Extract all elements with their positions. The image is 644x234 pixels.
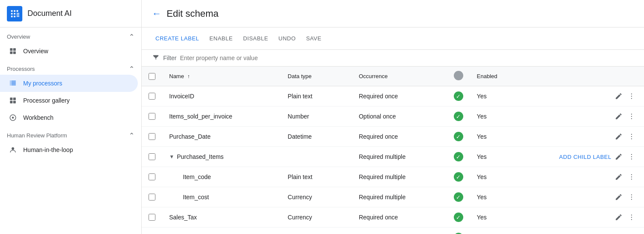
more-button-3[interactable] <box>626 151 637 162</box>
expand-arrow-icon[interactable]: ▼ <box>169 154 174 160</box>
svg-rect-10 <box>10 48 12 51</box>
svg-rect-0 <box>11 10 13 12</box>
row-name-text: Purchase_Date <box>169 133 211 140</box>
save-button[interactable]: SAVE <box>303 33 325 44</box>
row-enabled-icon-2: ✓ <box>447 127 470 147</box>
edit-button-7[interactable] <box>613 232 624 234</box>
row-name-text: Items_sold_per_invoice <box>169 113 232 120</box>
edit-button-1[interactable] <box>613 111 624 122</box>
row-name-7: SubTotal <box>162 228 281 234</box>
gallery-icon <box>9 96 17 105</box>
svg-rect-12 <box>10 52 12 54</box>
overview-section-header[interactable]: Overview ⌃ <box>0 27 141 43</box>
disable-button[interactable]: DISABLE <box>240 33 271 44</box>
svg-point-49 <box>631 219 632 220</box>
sidebar-item-human-in-the-loop[interactable]: Human-in-the-loop <box>0 141 138 158</box>
svg-point-43 <box>631 179 632 179</box>
workbench-icon <box>9 113 17 122</box>
filter-input[interactable] <box>180 55 634 61</box>
undo-button[interactable]: UNDO <box>275 33 299 44</box>
edit-icon <box>615 213 623 221</box>
svg-rect-13 <box>13 52 16 54</box>
svg-point-35 <box>631 134 632 135</box>
more-button-6[interactable] <box>626 212 637 223</box>
processor-gallery-label: Processor gallery <box>23 97 70 104</box>
more-button-7[interactable] <box>626 232 637 234</box>
table-header-row: Name ↑ Data type Occurrence Enabled <box>142 67 644 86</box>
processors-section-header[interactable]: Processors ⌃ <box>0 60 141 75</box>
svg-point-47 <box>631 215 632 216</box>
row-enabled-icon-0: ✓ <box>447 86 470 106</box>
row-checkbox-3[interactable] <box>149 153 155 160</box>
more-button-4[interactable] <box>626 171 637 182</box>
sidebar-item-overview[interactable]: Overview <box>0 43 138 60</box>
back-button[interactable]: ← <box>152 8 161 19</box>
processors-chevron[interactable]: ⌃ <box>129 65 134 73</box>
row-enabled-2: Yes <box>470 127 517 147</box>
more-button-1[interactable] <box>626 111 637 122</box>
logo-icon <box>10 9 19 18</box>
svg-point-46 <box>631 199 632 200</box>
human-review-section-label: Human Review Platform <box>7 132 67 139</box>
enabled-icon-header <box>454 71 463 80</box>
svg-rect-25 <box>13 101 16 103</box>
row-checkbox-cell-6 <box>142 207 162 228</box>
row-datatype-6: Currency <box>281 207 352 228</box>
header-enabled-icon <box>447 67 470 86</box>
check-icon: ✓ <box>454 172 463 182</box>
add-child-label-button[interactable]: ADD CHILD LABEL <box>559 154 611 160</box>
edit-button-5[interactable] <box>613 191 624 203</box>
select-all-checkbox[interactable] <box>149 73 155 80</box>
row-checkbox-6[interactable] <box>149 214 155 221</box>
row-checkbox-4[interactable] <box>149 173 155 180</box>
row-datatype-5: Currency <box>281 187 352 207</box>
row-checkbox-2[interactable] <box>149 133 155 140</box>
create-label-button[interactable]: CREATE LABEL <box>152 33 203 44</box>
table-row: InvoiceIDPlain textRequired once✓Yes <box>142 86 644 106</box>
edit-button-2[interactable] <box>613 131 624 142</box>
workbench-label: Workbench <box>23 114 54 121</box>
header-actions <box>517 67 644 86</box>
svg-point-34 <box>631 118 632 119</box>
svg-point-41 <box>631 174 632 175</box>
more-button-5[interactable] <box>626 191 637 203</box>
edit-button-4[interactable] <box>613 171 624 182</box>
edit-button-3[interactable] <box>613 151 624 162</box>
more-button-2[interactable] <box>626 131 637 142</box>
row-name-text: Purchased_Items <box>177 153 224 160</box>
more-button-0[interactable] <box>626 91 637 102</box>
check-icon: ✓ <box>454 213 463 222</box>
svg-rect-6 <box>14 15 15 17</box>
schema-table: Name ↑ Data type Occurrence Enabled Invo… <box>142 67 644 234</box>
svg-rect-19 <box>11 83 16 84</box>
sidebar-item-processor-gallery[interactable]: Processor gallery <box>0 92 138 109</box>
enable-button[interactable]: ENABLE <box>206 33 236 44</box>
header-name[interactable]: Name ↑ <box>162 67 281 86</box>
overview-chevron[interactable]: ⌃ <box>129 33 134 41</box>
row-checkbox-5[interactable] <box>149 194 155 201</box>
edit-icon <box>615 133 623 140</box>
row-checkbox-1[interactable] <box>149 113 155 120</box>
header-enabled: Enabled <box>470 67 517 86</box>
row-name-text: Sales_Tax <box>169 214 197 221</box>
human-review-chevron[interactable]: ⌃ <box>129 131 134 140</box>
main-content: ← Edit schema CREATE LABEL ENABLE DISABL… <box>142 0 644 234</box>
row-checkbox-0[interactable] <box>149 93 155 100</box>
edit-icon <box>615 173 623 181</box>
check-icon: ✓ <box>454 132 463 141</box>
edit-icon <box>615 193 623 201</box>
svg-point-36 <box>631 136 632 137</box>
edit-button-6[interactable] <box>613 212 624 223</box>
row-datatype-3 <box>281 147 352 167</box>
row-enabled-icon-3: ✓ <box>447 147 470 167</box>
table-row: SubTotalCurrencyRequired once✓Yes <box>142 228 644 234</box>
human-review-section-header[interactable]: Human Review Platform ⌃ <box>0 126 141 141</box>
sidebar-item-workbench[interactable]: Workbench <box>0 109 138 126</box>
table-row: Purchase_DateDatetimeRequired once✓Yes <box>142 127 644 147</box>
table-row: Item_costCurrencyRequired multiple✓Yes <box>142 187 644 207</box>
svg-rect-22 <box>10 97 12 100</box>
svg-rect-21 <box>11 85 16 85</box>
row-checkbox-cell-5 <box>142 187 162 207</box>
edit-button-0[interactable] <box>613 91 624 102</box>
sidebar-item-my-processors[interactable]: My processors <box>0 75 138 92</box>
